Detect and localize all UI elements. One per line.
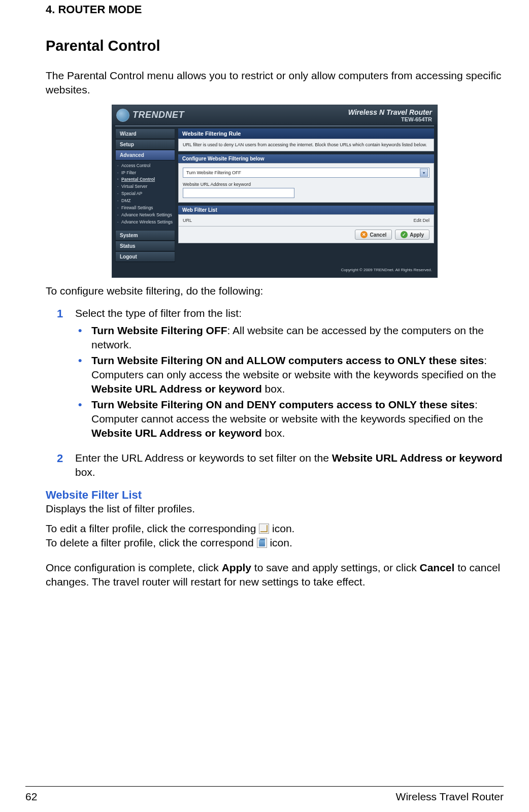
apply-label: Apply (410, 232, 424, 238)
configure-instruction: To configure website filtering, do the f… (46, 285, 504, 297)
col-del: Del (422, 218, 429, 223)
step-1: 1 Select the type of filter from the lis… (57, 306, 504, 442)
url-field-label: Website URL Address or keyword (183, 182, 429, 187)
cancel-icon: ✕ (360, 231, 368, 238)
cancel-button[interactable]: ✕ Cancel (355, 230, 392, 240)
sub-dmz[interactable]: DMZ (117, 198, 173, 205)
section-title: Parental Control (46, 38, 504, 54)
nav-advanced[interactable]: Advanced (115, 150, 175, 160)
sub-virtual-server[interactable]: Virtual Server (117, 183, 173, 190)
header-divider (115, 125, 434, 126)
sub-adv-wireless[interactable]: Advance Wireless Settings (117, 219, 173, 226)
step-2-number: 2 (57, 451, 75, 480)
router-screenshot: TRENDNET Wireless N Travel Router TEW-65… (112, 105, 438, 278)
bullet-off: • Turn Website Filtering OFF: All websit… (78, 323, 504, 352)
section-filterlist-body: URL Edit Del (178, 214, 434, 226)
cancel-label: Cancel (370, 232, 386, 238)
section-filterlist-header: Web Filter List (178, 206, 434, 214)
section-configure-header: Configure Website Filtering below (178, 154, 434, 163)
step-1-number: 1 (57, 306, 75, 442)
website-filter-list-heading: Website Filter List (46, 489, 504, 502)
nav-system[interactable]: System (115, 230, 175, 241)
intro-paragraph: The Parental Control menu allows you to … (46, 69, 504, 98)
bullet-mark-icon: • (78, 323, 91, 352)
nav-advanced-submenu: Access Control IP Filter Parental Contro… (115, 160, 175, 230)
footer-title: Wireless Travel Router (396, 791, 504, 803)
bullet-mark-icon: • (78, 353, 91, 397)
bullet-mark-icon: • (78, 398, 91, 441)
col-url: URL (183, 218, 192, 223)
website-filter-list-desc: Displays the list of filter profiles. (46, 502, 504, 516)
sub-special-ap[interactable]: Special AP (117, 190, 173, 198)
brand-logo: TRENDNET (116, 109, 184, 122)
brand-text: TRENDNET (133, 110, 184, 120)
col-edit: Edit (413, 218, 421, 223)
product-name: Wireless N Travel Router (348, 108, 432, 116)
panel-description: URL filter is used to deny LAN users fro… (183, 142, 429, 148)
main-panel: Website Filtering Rule URL filter is use… (178, 128, 434, 263)
check-icon: ✓ (401, 231, 408, 238)
section-configure-body: Turn Website Filtering OFF ▾ Website URL… (178, 163, 434, 203)
globe-icon (116, 109, 129, 122)
ss-header: TRENDNET Wireless N Travel Router TEW-65… (112, 105, 437, 124)
trash-icon (257, 538, 267, 548)
panel-title: Website Filtering Rule (178, 128, 434, 139)
sidebar-nav: Wizard Setup Advanced Access Control IP … (115, 128, 175, 263)
page-footer: 62 Wireless Travel Router (25, 786, 504, 803)
sub-parental-control[interactable]: Parental Control (117, 176, 173, 183)
panel-description-box: URL filter is used to deny LAN users fro… (178, 139, 434, 152)
sub-adv-network[interactable]: Advance Network Settings (117, 212, 173, 219)
filter-type-value: Turn Website Filtering OFF (186, 170, 241, 175)
step-1-text: Select the type of filter from the list: (75, 306, 504, 320)
product-label: Wireless N Travel Router TEW-654TR (348, 108, 432, 122)
delete-instruction: To delete a filter profile, click the co… (46, 536, 504, 550)
final-note: Once configuration is complete, click Ap… (46, 561, 504, 590)
product-model: TEW-654TR (348, 116, 432, 122)
nav-logout[interactable]: Logout (115, 251, 175, 262)
bullet-deny: • Turn Website Filtering ON and DENY com… (78, 398, 504, 441)
bullet-allow: • Turn Website Filtering ON and ALLOW co… (78, 353, 504, 397)
apply-button[interactable]: ✓ Apply (395, 230, 429, 240)
sub-access-control[interactable]: Access Control (117, 163, 173, 170)
sub-ip-filter[interactable]: IP Filter (117, 170, 173, 177)
page-number: 62 (25, 791, 37, 803)
nav-wizard[interactable]: Wizard (115, 128, 175, 139)
button-row: ✕ Cancel ✓ Apply (178, 226, 434, 243)
step-2: 2 Enter the URL Address or keywords to s… (57, 451, 504, 480)
sub-firewall-settings[interactable]: Firewall Settings (117, 205, 173, 212)
nav-status[interactable]: Status (115, 241, 175, 251)
chapter-heading: 4. ROUTER MODE (46, 3, 504, 16)
nav-setup[interactable]: Setup (115, 139, 175, 150)
edit-icon (259, 524, 269, 534)
edit-instruction: To edit a filter profile, click the corr… (46, 522, 504, 536)
filter-type-select[interactable]: Turn Website Filtering OFF ▾ (183, 168, 429, 178)
copyright-text: Copyright © 2009 TRENDnet. All Rights Re… (112, 266, 437, 277)
chevron-down-icon: ▾ (420, 169, 428, 177)
url-keyword-input[interactable] (183, 188, 294, 198)
